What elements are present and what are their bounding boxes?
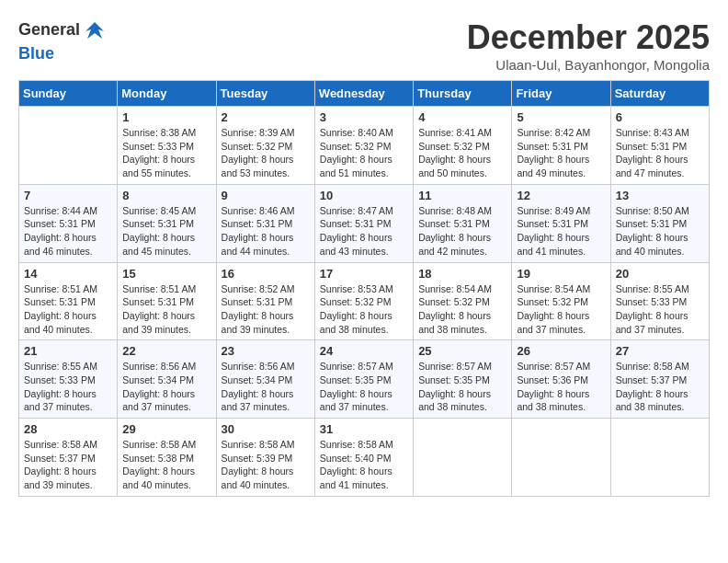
- day-info: Sunrise: 8:44 AMSunset: 5:31 PMDaylight:…: [24, 204, 112, 259]
- table-row: 10 Sunrise: 8:47 AMSunset: 5:31 PMDaylig…: [314, 184, 413, 262]
- day-info: Sunrise: 8:43 AMSunset: 5:31 PMDaylight:…: [616, 126, 704, 180]
- table-row: 24 Sunrise: 8:57 AMSunset: 5:35 PMDaylig…: [314, 340, 413, 419]
- day-info: Sunrise: 8:41 AMSunset: 5:32 PMDaylight:…: [418, 126, 506, 180]
- table-row: 31 Sunrise: 8:58 AMSunset: 5:40 PMDaylig…: [314, 419, 413, 497]
- table-row: [610, 419, 709, 497]
- col-sunday: Sunday: [19, 81, 118, 107]
- col-saturday: Saturday: [610, 81, 709, 107]
- table-row: 21 Sunrise: 8:55 AMSunset: 5:33 PMDaylig…: [19, 340, 118, 419]
- day-info: Sunrise: 8:58 AMSunset: 5:40 PMDaylight:…: [320, 438, 408, 492]
- table-row: 12 Sunrise: 8:49 AMSunset: 5:31 PMDaylig…: [512, 184, 610, 262]
- col-thursday: Thursday: [414, 81, 512, 107]
- table-row: 6 Sunrise: 8:43 AMSunset: 5:31 PMDayligh…: [610, 107, 709, 185]
- logo: General Blue: [18, 18, 109, 63]
- day-number: 24: [320, 344, 408, 358]
- col-monday: Monday: [118, 81, 216, 107]
- table-row: 13 Sunrise: 8:50 AMSunset: 5:31 PMDaylig…: [610, 184, 709, 262]
- svg-marker-0: [85, 22, 104, 39]
- day-info: Sunrise: 8:42 AMSunset: 5:31 PMDaylight:…: [517, 126, 605, 180]
- table-row: [19, 107, 118, 185]
- table-row: 11 Sunrise: 8:48 AMSunset: 5:31 PMDaylig…: [414, 184, 512, 262]
- table-row: 22 Sunrise: 8:56 AMSunset: 5:34 PMDaylig…: [118, 340, 216, 419]
- table-row: 14 Sunrise: 8:51 AMSunset: 5:31 PMDaylig…: [19, 262, 118, 340]
- day-number: 11: [418, 189, 506, 202]
- day-info: Sunrise: 8:51 AMSunset: 5:31 PMDaylight:…: [24, 282, 112, 337]
- col-tuesday: Tuesday: [216, 81, 314, 107]
- day-info: Sunrise: 8:49 AMSunset: 5:31 PMDaylight:…: [517, 204, 605, 259]
- day-number: 31: [320, 422, 408, 436]
- day-number: 15: [122, 267, 210, 281]
- day-info: Sunrise: 8:58 AMSunset: 5:37 PMDaylight:…: [24, 438, 112, 492]
- location-subtitle: Ulaan-Uul, Bayanhongor, Mongolia: [467, 57, 710, 73]
- page-header: General Blue December 2025 Ulaan-Uul, Ba…: [18, 18, 710, 73]
- table-row: 9 Sunrise: 8:46 AMSunset: 5:31 PMDayligh…: [216, 184, 314, 262]
- day-info: Sunrise: 8:38 AMSunset: 5:33 PMDaylight:…: [122, 126, 210, 180]
- day-number: 26: [517, 344, 605, 358]
- day-info: Sunrise: 8:48 AMSunset: 5:31 PMDaylight:…: [418, 204, 506, 259]
- table-row: 18 Sunrise: 8:54 AMSunset: 5:32 PMDaylig…: [414, 262, 512, 340]
- table-row: 15 Sunrise: 8:51 AMSunset: 5:31 PMDaylig…: [118, 262, 216, 340]
- table-row: 29 Sunrise: 8:58 AMSunset: 5:38 PMDaylig…: [118, 419, 216, 497]
- table-row: [414, 419, 512, 497]
- day-number: 14: [24, 267, 112, 281]
- day-number: 18: [418, 267, 506, 281]
- day-info: Sunrise: 8:40 AMSunset: 5:32 PMDaylight:…: [320, 126, 408, 180]
- col-wednesday: Wednesday: [314, 81, 413, 107]
- day-number: 8: [122, 189, 210, 202]
- day-info: Sunrise: 8:50 AMSunset: 5:31 PMDaylight:…: [616, 204, 704, 259]
- day-number: 9: [222, 189, 310, 202]
- day-number: 27: [616, 344, 704, 358]
- calendar-week-row: 14 Sunrise: 8:51 AMSunset: 5:31 PMDaylig…: [19, 262, 710, 340]
- table-row: 16 Sunrise: 8:52 AMSunset: 5:31 PMDaylig…: [216, 262, 314, 340]
- day-number: 29: [122, 422, 210, 436]
- day-info: Sunrise: 8:39 AMSunset: 5:32 PMDaylight:…: [222, 126, 310, 180]
- table-row: 4 Sunrise: 8:41 AMSunset: 5:32 PMDayligh…: [414, 107, 512, 185]
- title-area: December 2025 Ulaan-Uul, Bayanhongor, Mo…: [467, 18, 710, 73]
- day-info: Sunrise: 8:52 AMSunset: 5:31 PMDaylight:…: [222, 282, 310, 337]
- table-row: 19 Sunrise: 8:54 AMSunset: 5:32 PMDaylig…: [512, 262, 610, 340]
- day-info: Sunrise: 8:54 AMSunset: 5:32 PMDaylight:…: [418, 282, 506, 337]
- calendar-header-row: Sunday Monday Tuesday Wednesday Thursday…: [19, 81, 710, 107]
- day-number: 28: [24, 422, 112, 436]
- day-number: 4: [418, 110, 506, 124]
- day-info: Sunrise: 8:47 AMSunset: 5:31 PMDaylight:…: [320, 204, 408, 259]
- day-number: 2: [222, 110, 310, 124]
- day-number: 7: [24, 189, 112, 202]
- calendar-week-row: 28 Sunrise: 8:58 AMSunset: 5:37 PMDaylig…: [19, 419, 710, 497]
- table-row: 8 Sunrise: 8:45 AMSunset: 5:31 PMDayligh…: [118, 184, 216, 262]
- day-number: 25: [418, 344, 506, 358]
- day-info: Sunrise: 8:56 AMSunset: 5:34 PMDaylight:…: [122, 360, 210, 414]
- logo-blue-label: Blue: [18, 44, 54, 63]
- table-row: 25 Sunrise: 8:57 AMSunset: 5:35 PMDaylig…: [414, 340, 512, 419]
- day-number: 3: [320, 110, 408, 124]
- table-row: 1 Sunrise: 8:38 AMSunset: 5:33 PMDayligh…: [118, 107, 216, 185]
- day-info: Sunrise: 8:51 AMSunset: 5:31 PMDaylight:…: [122, 282, 210, 337]
- table-row: 30 Sunrise: 8:58 AMSunset: 5:39 PMDaylig…: [216, 419, 314, 497]
- day-number: 16: [222, 267, 310, 281]
- day-number: 17: [320, 267, 408, 281]
- day-info: Sunrise: 8:58 AMSunset: 5:38 PMDaylight:…: [122, 438, 210, 492]
- table-row: 28 Sunrise: 8:58 AMSunset: 5:37 PMDaylig…: [19, 419, 118, 497]
- day-number: 23: [222, 344, 310, 358]
- table-row: 3 Sunrise: 8:40 AMSunset: 5:32 PMDayligh…: [314, 107, 413, 185]
- col-friday: Friday: [512, 81, 610, 107]
- day-number: 13: [616, 189, 704, 202]
- day-info: Sunrise: 8:54 AMSunset: 5:32 PMDaylight:…: [517, 282, 605, 337]
- day-number: 21: [24, 344, 112, 358]
- calendar-week-row: 21 Sunrise: 8:55 AMSunset: 5:33 PMDaylig…: [19, 340, 710, 419]
- day-number: 10: [320, 189, 408, 202]
- day-number: 12: [517, 189, 605, 202]
- day-info: Sunrise: 8:55 AMSunset: 5:33 PMDaylight:…: [24, 360, 112, 414]
- day-info: Sunrise: 8:57 AMSunset: 5:36 PMDaylight:…: [517, 360, 605, 414]
- day-info: Sunrise: 8:56 AMSunset: 5:34 PMDaylight:…: [222, 360, 310, 414]
- table-row: 7 Sunrise: 8:44 AMSunset: 5:31 PMDayligh…: [19, 184, 118, 262]
- day-info: Sunrise: 8:57 AMSunset: 5:35 PMDaylight:…: [418, 360, 506, 414]
- day-info: Sunrise: 8:45 AMSunset: 5:31 PMDaylight:…: [122, 204, 210, 259]
- day-number: 19: [517, 267, 605, 281]
- day-number: 20: [616, 267, 704, 281]
- day-number: 22: [122, 344, 210, 358]
- day-number: 1: [122, 110, 210, 124]
- day-info: Sunrise: 8:58 AMSunset: 5:39 PMDaylight:…: [222, 438, 310, 492]
- day-number: 6: [616, 110, 704, 124]
- calendar-table: Sunday Monday Tuesday Wednesday Thursday…: [18, 80, 710, 497]
